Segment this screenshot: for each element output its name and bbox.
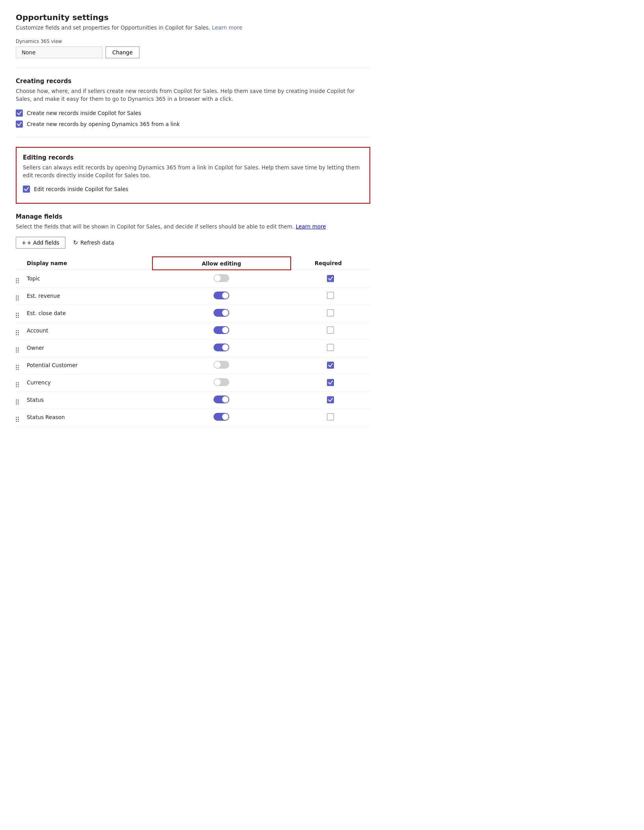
toggle-track	[213, 344, 229, 351]
drag-dots-icon	[16, 330, 19, 335]
divider-2	[16, 137, 370, 137]
creating-records-title: Creating records	[16, 78, 370, 85]
allow-editing-toggle[interactable]	[152, 305, 291, 322]
required-checkbox[interactable]	[291, 322, 370, 339]
table-row: Status Reason	[16, 409, 370, 426]
creating-records-checkbox-1[interactable]: Create new records inside Copilot for Sa…	[16, 110, 370, 117]
checkbox-checked-icon	[327, 362, 334, 369]
toggle-track	[213, 378, 229, 386]
field-name: Status Reason	[27, 409, 152, 426]
allow-editing-toggle[interactable]	[152, 374, 291, 391]
allow-editing-toggle[interactable]	[152, 339, 291, 357]
required-checkbox[interactable]	[291, 391, 370, 409]
drag-dots-icon	[16, 347, 19, 353]
table-row: Owner	[16, 339, 370, 357]
refresh-data-button[interactable]: ↻ Refresh data	[72, 237, 116, 249]
change-button[interactable]: Change	[106, 46, 139, 58]
allow-editing-toggle[interactable]	[152, 270, 291, 288]
learn-more-link-top[interactable]: Learn more	[212, 24, 242, 31]
creating-records-checkbox-2[interactable]: Create new records by opening Dynamics 3…	[16, 121, 370, 128]
drag-dots-icon	[16, 278, 19, 283]
required-checkbox[interactable]	[291, 374, 370, 391]
creating-records-section: Creating records Choose how, where, and …	[16, 78, 370, 128]
toggle-switch[interactable]	[213, 292, 229, 299]
refresh-icon: ↻	[73, 239, 78, 246]
toggle-thumb	[222, 292, 228, 299]
allow-editing-toggle[interactable]	[152, 391, 291, 409]
checkbox-checked-icon	[327, 275, 334, 282]
checkbox-empty-icon	[327, 292, 334, 299]
toggle-thumb	[214, 362, 221, 368]
checkbox-label-1: Create new records inside Copilot for Sa…	[27, 110, 141, 116]
table-row: Potential Customer	[16, 357, 370, 374]
drag-handle[interactable]	[16, 287, 27, 305]
drag-handle[interactable]	[16, 357, 27, 374]
toggle-track	[213, 396, 229, 403]
allow-editing-toggle[interactable]	[152, 357, 291, 374]
toggle-switch[interactable]	[213, 378, 229, 386]
required-checkbox[interactable]	[291, 339, 370, 357]
learn-more-link-fields[interactable]: Learn more	[296, 223, 326, 230]
allow-editing-toggle[interactable]	[152, 322, 291, 339]
editing-records-section: Editing records Sellers can always edit …	[16, 147, 370, 204]
drag-handle[interactable]	[16, 409, 27, 426]
checkbox-icon-2	[16, 121, 23, 128]
page-subtitle: Customize fields and set properties for …	[16, 24, 370, 31]
editing-records-checkbox-1[interactable]: Edit records inside Copilot for Sales	[23, 186, 363, 193]
drag-dots-icon	[16, 399, 19, 405]
toggle-switch[interactable]	[213, 413, 229, 421]
fields-toolbar: + + Add fields ↻ Refresh data	[16, 237, 370, 249]
required-checkbox[interactable]	[291, 270, 370, 288]
checkbox-icon-1	[16, 110, 23, 117]
toggle-switch[interactable]	[213, 274, 229, 282]
toggle-thumb	[222, 414, 228, 420]
toggle-track	[213, 309, 229, 317]
toggle-thumb	[222, 396, 228, 403]
required-checkbox[interactable]	[291, 357, 370, 374]
checkbox-empty-icon	[327, 309, 334, 316]
toggle-switch[interactable]	[213, 361, 229, 369]
required-checkbox[interactable]	[291, 287, 370, 305]
drag-dots-icon	[16, 417, 19, 422]
toggle-switch[interactable]	[213, 309, 229, 317]
toggle-track	[213, 274, 229, 282]
drag-handle[interactable]	[16, 391, 27, 409]
required-checkbox[interactable]	[291, 409, 370, 426]
checkbox-empty-icon	[327, 327, 334, 334]
table-row: Topic	[16, 270, 370, 288]
table-row: Account	[16, 322, 370, 339]
toggle-track	[213, 413, 229, 421]
dynamics365-view-label: Dynamics 365 view	[16, 39, 370, 44]
checkbox-label-2: Create new records by opening Dynamics 3…	[27, 121, 180, 127]
col-allow-editing: Allow editing	[152, 257, 291, 270]
manage-fields-desc: Select the fields that will be shown in …	[16, 223, 370, 230]
add-fields-button[interactable]: + + Add fields	[16, 237, 65, 249]
allow-editing-toggle[interactable]	[152, 287, 291, 305]
field-name: Topic	[27, 270, 152, 288]
toggle-switch[interactable]	[213, 326, 229, 334]
drag-dots-icon	[16, 382, 19, 387]
col-display-name: Display name	[27, 257, 152, 270]
checkbox-checked-icon	[327, 379, 334, 386]
toggle-switch[interactable]	[213, 396, 229, 403]
divider-1	[16, 68, 370, 68]
field-name: Account	[27, 322, 152, 339]
drag-handle[interactable]	[16, 322, 27, 339]
drag-handle[interactable]	[16, 305, 27, 322]
field-name: Owner	[27, 339, 152, 357]
required-checkbox[interactable]	[291, 305, 370, 322]
toggle-track	[213, 361, 229, 369]
drag-handle[interactable]	[16, 339, 27, 357]
manage-fields-title: Manage fields	[16, 213, 370, 220]
table-row: Currency	[16, 374, 370, 391]
field-name: Est. close date	[27, 305, 152, 322]
drag-handle[interactable]	[16, 270, 27, 288]
col-drag	[16, 257, 27, 270]
toggle-track	[213, 326, 229, 334]
drag-handle[interactable]	[16, 374, 27, 391]
toggle-switch[interactable]	[213, 344, 229, 351]
toggle-thumb	[214, 275, 221, 281]
allow-editing-toggle[interactable]	[152, 409, 291, 426]
table-row: Est. revenue	[16, 287, 370, 305]
manage-fields-section: Manage fields Select the fields that wil…	[16, 213, 370, 426]
